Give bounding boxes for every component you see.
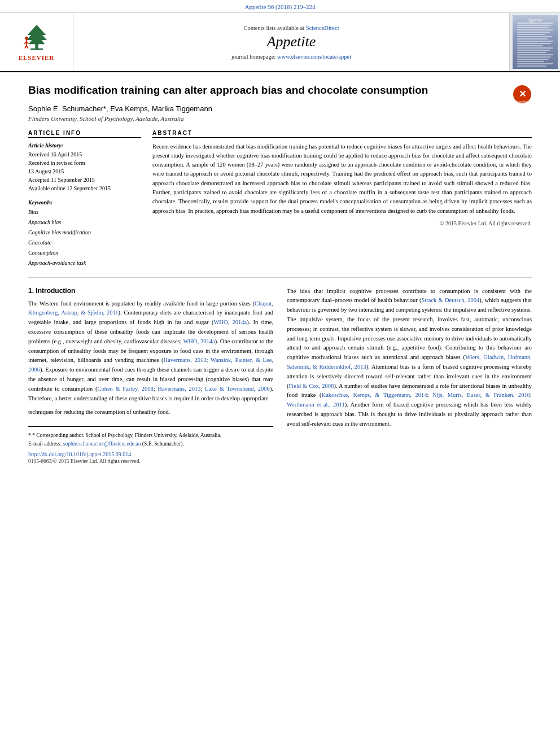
chaput-ref[interactable]: Chaput, Klingenberg, Astrup, & Sjödin, 2… [28,300,273,316]
svg-text:CrossMark: CrossMark [515,100,530,103]
crossmark-badge[interactable]: ✕ CrossMark [513,85,532,106]
keyword-chocolate: Chocolate [28,238,141,248]
introduction-section: 1. Introduction The Western food environ… [28,287,532,464]
field-cox-ref[interactable]: Field & Cox, 2008 [289,383,334,389]
cohen-farley-ref[interactable]: Cohen & Farley, 2008 [97,386,153,392]
issn-line: 0195-6663/© 2015 Elsevier Ltd. All right… [28,458,273,464]
footnote-area: * * Corresponding author. School of Psyc… [28,426,273,464]
homepage-line: journal homepage: www.elsevier.com/locat… [231,54,351,60]
intro-heading: 1. Introduction [28,287,273,295]
received-date: Received 16 April 2015 [28,150,141,159]
authors-text: Sophie E. Schumacher*, Eva Kemps, Marika… [28,104,212,113]
keyword-cognitive: Cognitive bias modification [28,228,141,238]
abstract-text: Recent evidence has demonstrated that bi… [152,142,532,216]
intro-para-1: The Western food environment is populate… [28,299,273,404]
intro-left-col: 1. Introduction The Western food environ… [28,287,273,464]
elsevier-logo: ELSEVIER [0,13,73,71]
article-info-heading: ARTICLE INFO [28,130,141,138]
thumbnail-image: Appetite [513,15,558,69]
email-link[interactable]: sophie.schumacher@flinders.edu.au [63,441,141,447]
kakoschke-ref[interactable]: Kakoschke, Kemps, & Tiggemann, 2014 [322,392,427,398]
svg-point-5 [25,36,28,39]
history-heading: Article history: [28,142,141,148]
sciencedirect-link[interactable]: ScienceDirect [306,25,339,31]
thumbnail-lines [517,23,553,68]
havermans-2013-ref2[interactable]: Havermans, 2013 [158,386,200,392]
keyword-bias: Bias [28,207,141,217]
abstract-section: ABSTRACT Recent evidence has demonstrate… [152,130,532,268]
lake-ref[interactable]: Lake & Townshend, 2006 [205,386,270,392]
intro-para-2: techniques for reducing the consumption … [28,408,273,417]
corresponding-text: * Corresponding author. School of Psycho… [32,433,221,438]
title-area: ✕ CrossMark Bias modification training c… [28,84,532,98]
journal-header: ELSEVIER Contents lists available at Sci… [0,13,560,72]
keywords-list: Bias Approach bias Cognitive bias modifi… [28,207,141,268]
affiliation-line: Flinders University, School of Psycholog… [28,115,532,122]
citation-text: Appetite 96 (2016) 219–224 [245,3,316,10]
elsevier-tree-icon [20,24,54,52]
accepted-date: Accepted 11 September 2015 [28,176,141,184]
authors-line: Sophie E. Schumacher*, Eva Kemps, Marika… [28,104,532,113]
journal-title: Appetite [267,33,316,50]
intro-right-col: The idea that implicit cognitive process… [287,287,532,464]
journal-center-info: Contents lists available at ScienceDirec… [73,13,509,71]
footnote-corresponding: * * Corresponding author. School of Psyc… [28,431,273,439]
received-revised-date: 13 August 2015 [28,167,141,176]
intro-right-para-1: The idea that implicit cognitive process… [287,287,532,429]
abstract-heading: ABSTRACT [152,130,532,138]
paper-body: ✕ CrossMark Bias modification training c… [0,72,560,475]
havermans-2013-ref1[interactable]: Havermans, 2013 [164,357,207,363]
who-2014a-ref1[interactable]: WHO, 2014a [213,319,247,325]
available-date: Available online 12 September 2015 [28,184,141,193]
article-info: ARTICLE INFO Article history: Received 1… [28,130,141,268]
journal-thumbnail: Appetite [509,13,560,71]
keywords-heading: Keywords: [28,199,141,206]
svg-text:✕: ✕ [519,89,526,99]
contents-available-line: Contents lists available at ScienceDirec… [243,25,339,31]
wiers-ref[interactable]: Wiers, Gladwin, Hofmann, Salemink, & Rid… [287,354,532,370]
werthmann-ref[interactable]: Werthmann et al., 2011 [287,401,345,408]
citation-bar: Appetite 96 (2016) 219–224 [0,0,560,13]
who-2014a-ref2[interactable]: WHO, 2014a [183,338,215,344]
section-divider [28,277,532,278]
svg-line-10 [26,45,28,48]
info-abstract-section: ARTICLE INFO Article history: Received 1… [28,130,532,268]
wansink-ref[interactable]: Wansink, Painter, & Lee, 2006 [28,357,273,373]
keyword-consumption: Consumption [28,248,141,258]
homepage-link[interactable]: www.elsevier.com/locate/appet [277,54,351,60]
footnote-email: E-mail address: sophie.schumacher@flinde… [28,440,273,448]
elsevier-brand: ELSEVIER [19,54,55,61]
contents-label: Contents lists available at [243,25,304,31]
keyword-approach-avoidance: Approach-avoidance task [28,258,141,268]
copyright-line: © 2015 Elsevier Ltd. All rights reserved… [152,220,532,226]
email-label: E-mail address: [28,441,62,447]
doi-link[interactable]: http://dx.doi.org/10.1016/j.appet.2015.0… [28,451,131,457]
paper-title: Bias modification training can alter app… [28,84,532,98]
received-revised-label: Received in revised form [28,159,141,167]
svg-rect-1 [30,48,43,50]
email-name: (S.E. Schumacher). [142,441,184,447]
strack-deutsch-ref[interactable]: Strack & Deutsch, 2004 [422,297,480,303]
doi-line: http://dx.doi.org/10.1016/j.appet.2015.0… [28,451,273,457]
nijs-ref[interactable]: Nijs, Muris, Euser, & Franken, 2010 [432,392,530,398]
thumb-title-text: Appetite [527,18,542,23]
homepage-label: journal homepage: [231,54,275,60]
keyword-approach: Approach bias [28,217,141,228]
